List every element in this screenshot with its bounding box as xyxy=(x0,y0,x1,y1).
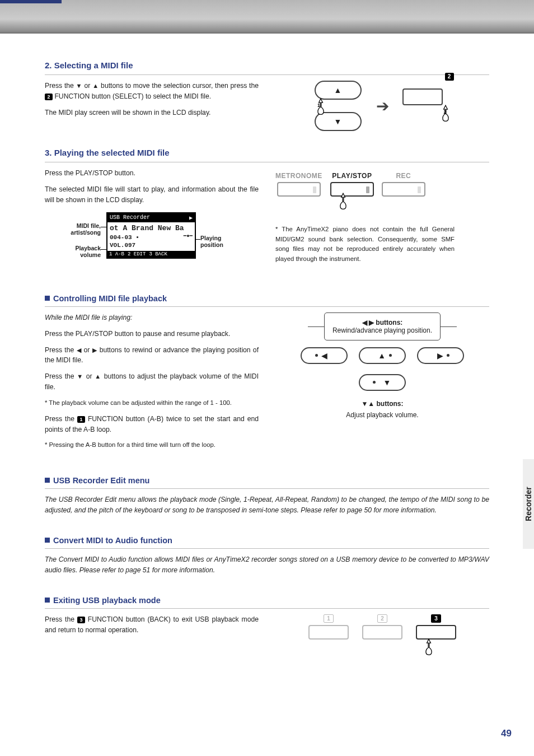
function-3-badge: 3 xyxy=(77,617,85,623)
convert-p: The Convert MIDI to Audio function allow… xyxy=(45,554,489,576)
ctrl-note1: * The playback volume can be adjusted wi… xyxy=(45,398,259,408)
sec2-p1: Press the ▼ or ▲ buttons to move the sel… xyxy=(45,81,259,102)
ud-buttons-sub: Adjust playback volume. xyxy=(346,411,418,419)
function-1-badge: 1 xyxy=(77,416,85,423)
ctrl-p2: Press the ◀ or ▶ buttons to rewind or ad… xyxy=(45,345,259,366)
lr-buttons-title: ◀ ▶ buttons: xyxy=(332,319,432,326)
exit-heading: Exiting USB playback mode xyxy=(45,596,489,605)
function-3-label: 3 xyxy=(431,614,441,623)
function-2-button[interactable] xyxy=(362,625,402,640)
function-2-label: 2 xyxy=(377,614,387,623)
sequence-arrow-icon: ➔ xyxy=(376,97,389,115)
convert-heading: Convert MIDI to Audio function xyxy=(45,536,489,545)
hand-pointer-icon: 1 xyxy=(311,96,330,115)
ctrl-p1: Press the PLAY/STOP button to pause and … xyxy=(45,329,259,339)
play-icon: ▶ xyxy=(189,214,193,221)
up-down-button-pair: ▲ ▼ 1 xyxy=(315,81,365,131)
divider xyxy=(45,488,489,489)
function-2-label: 2 xyxy=(445,73,454,81)
left-button[interactable]: ◀ xyxy=(301,347,348,364)
divider xyxy=(45,162,489,162)
divider xyxy=(45,74,489,75)
down-button[interactable]: ▼ xyxy=(359,374,406,391)
down-arrow-icon: ▼ xyxy=(77,373,83,380)
ud-buttons-title: ▼▲ buttons: xyxy=(361,400,403,408)
rec-label: REC xyxy=(396,172,411,180)
lcd-line2: 004-03 ▪ xyxy=(110,234,139,241)
rec-button[interactable] xyxy=(382,182,425,197)
ctrl-p4: Press the 1 FUNCTION button (A-B) twice … xyxy=(45,414,259,435)
section-2-title: 2. Selecting a MIDI file xyxy=(45,60,489,70)
ctrl-p3: Press the ▼ or ▲ buttons to adjust the p… xyxy=(45,371,259,393)
ctrl-intro: While the MIDI file is playing: xyxy=(45,312,259,323)
ctrl-note2: * Pressing the A-B button for a third ti… xyxy=(45,440,259,450)
edit-heading: USB Recorder Edit menu xyxy=(45,476,489,485)
up-arrow-icon: ▲ xyxy=(92,82,99,89)
up-button[interactable]: ▲ xyxy=(359,347,406,364)
lcd-label-volume: Playback volume xyxy=(45,245,101,258)
divider xyxy=(45,608,489,609)
function-1-label: 1 xyxy=(324,614,334,623)
hand-pointer-icon xyxy=(334,191,353,210)
lcd-foot-1: 1 A-B xyxy=(109,251,124,257)
sec2-p2: The MIDI play screen will be shown in th… xyxy=(45,108,259,118)
lcd-line3: VOL.097 xyxy=(110,241,193,249)
metronome-button[interactable] xyxy=(277,182,321,197)
function-button-group: 2 2 xyxy=(400,81,451,131)
divider xyxy=(45,548,489,549)
side-tab-label: Recorder xyxy=(524,487,533,521)
progress-bar-icon: ━●━ xyxy=(184,234,193,241)
edit-p: The USB Recorder Edit menu allows the pl… xyxy=(45,494,489,516)
lr-buttons-sub: Rewind/advance playing position. xyxy=(332,326,432,334)
page-number: 49 xyxy=(501,728,512,739)
sec3-p2: The selected MIDI file will start to pla… xyxy=(45,184,259,206)
controlling-heading: Controlling MIDI file playback xyxy=(45,294,489,303)
sec2-diagram: ▲ ▼ 1 ➔ 2 2 xyxy=(315,81,451,131)
lcd-title: USB Recorder xyxy=(110,214,150,221)
svg-text:2: 2 xyxy=(443,109,446,115)
side-tab: Recorder xyxy=(523,459,534,549)
page-header-bar xyxy=(0,0,534,34)
function-2-badge: 2 xyxy=(45,94,53,100)
hand-pointer-icon xyxy=(419,637,438,656)
dpad-diagram: ◀ ▶ buttons: Rewind/advance playing posi… xyxy=(301,312,464,419)
lcd-label-position: Playing position xyxy=(200,235,234,248)
lcd-screen: USB Recorder▶ ot A Brand New Ba 004-03 ▪… xyxy=(106,212,196,259)
up-arrow-icon: ▲ xyxy=(95,373,101,380)
svg-text:1: 1 xyxy=(317,102,320,108)
exit-p: Press the 3 FUNCTION button (BACK) to ex… xyxy=(45,614,259,636)
metronome-label: METRONOME xyxy=(275,172,322,180)
lcd-diagram: MIDI file, artist/song Playback volume P… xyxy=(45,212,213,274)
function-buttons-diagram: 1 2 3 xyxy=(308,614,456,640)
right-button[interactable]: ▶ xyxy=(417,347,464,364)
lcd-foot-2: 2 EDIT xyxy=(128,251,146,257)
playstop-label: PLAY/STOP xyxy=(332,172,372,180)
sec3-footnote: * The AnyTimeX2 piano does not contain t… xyxy=(275,225,455,264)
divider xyxy=(45,306,489,307)
section-3-title: 3. Playing the selected MIDI file xyxy=(45,148,489,157)
function-1-button[interactable] xyxy=(308,625,349,640)
lcd-foot-3: 3 BACK xyxy=(149,251,167,257)
sec3-p1: Press the PLAY/STOP button. xyxy=(45,168,259,179)
lcd-line1: ot A Brand New Ba xyxy=(110,224,193,234)
down-arrow-icon: ▼ xyxy=(76,82,82,89)
lcd-label-midi: MIDI file, artist/song xyxy=(45,222,101,236)
play-stop-panel: METRONOME PLAY/STOP REC xyxy=(275,172,425,197)
hand-pointer-icon: 2 xyxy=(436,103,455,122)
